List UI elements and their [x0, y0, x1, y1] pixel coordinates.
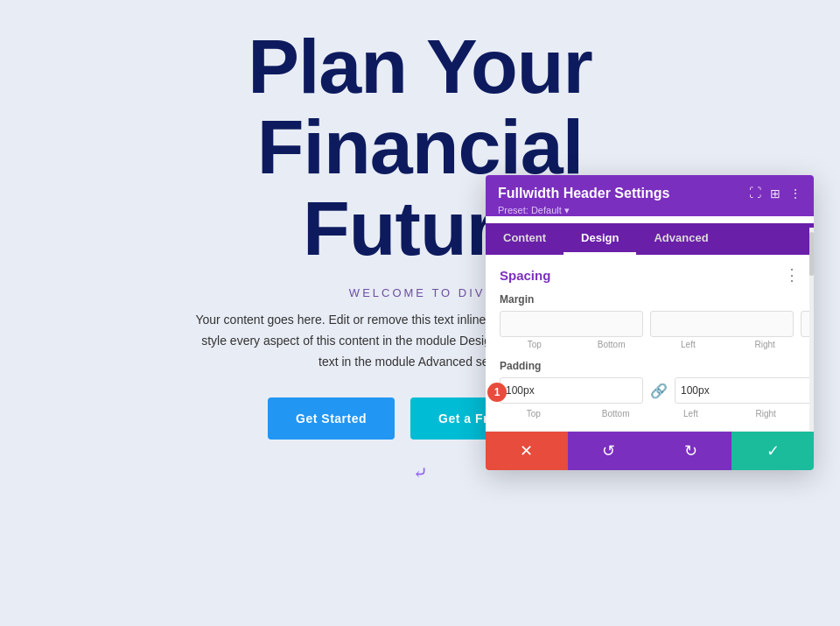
spacing-more-icon[interactable]: ⋮ — [784, 267, 800, 283]
padding-bottom-label: Bottom — [582, 409, 650, 419]
spacing-title: Spacing — [500, 268, 550, 283]
panel-preset[interactable]: Preset: Default ▾ — [498, 205, 802, 216]
main-content: Plan Your Financial Future Welcome to Di… — [0, 0, 840, 626]
margin-labels: Top Bottom Left Right — [500, 340, 800, 349]
margin-top-label: Top — [500, 340, 570, 349]
margin-label: Margin — [500, 293, 800, 306]
redo-button[interactable]: ↻ — [650, 432, 732, 470]
margin-bottom-label: Bottom — [577, 340, 647, 349]
padding-section: Padding 1 🔗 Top Bottom — [500, 360, 800, 419]
padding-bottom-input[interactable] — [675, 377, 814, 404]
panel-tabs: Content Design Advanced — [486, 223, 814, 255]
panel-footer: ✕ ↺ ↻ ✓ — [486, 431, 814, 470]
panel-title-icons: ⛶ ⊞ ⋮ — [749, 186, 802, 201]
panel-title-row: Fullwidth Header Settings ⛶ ⊞ ⋮ — [498, 186, 802, 201]
badge: 1 — [487, 383, 507, 402]
undo-button[interactable]: ↺ — [568, 432, 650, 470]
margin-top-input[interactable] — [500, 311, 643, 337]
padding-right-label: Right — [732, 409, 800, 419]
padding-left-label: Left — [657, 409, 725, 419]
panel-body: Spacing ⋮ Margin Top Bottom Left Right — [486, 255, 814, 431]
margin-inputs — [500, 311, 800, 337]
title-line1: Plan Your — [248, 23, 592, 109]
scrollbar[interactable] — [809, 228, 814, 432]
margin-left-label: Left — [654, 340, 724, 349]
tab-advanced[interactable]: Advanced — [636, 223, 725, 255]
panel-title: Fullwidth Header Settings — [498, 186, 669, 201]
margin-row: Margin Top Bottom Left Right — [500, 293, 800, 349]
spacing-section-header: Spacing ⋮ — [500, 267, 800, 283]
tab-design[interactable]: Design — [564, 223, 636, 255]
padding-label: Padding — [500, 360, 800, 372]
padding-labels: Top Bottom Left Right — [500, 409, 800, 419]
more-icon[interactable]: ⋮ — [789, 186, 802, 201]
expand-icon[interactable]: ⛶ — [749, 186, 761, 200]
get-started-button[interactable]: Get Started — [268, 397, 395, 440]
welcome-text: Welcome to Divi — [349, 286, 491, 299]
padding-inputs: 🔗 — [500, 377, 800, 404]
padding-top-input[interactable] — [500, 377, 643, 404]
margin-right-label: Right — [730, 340, 800, 349]
padding-top-label: Top — [500, 409, 568, 419]
cancel-button[interactable]: ✕ — [486, 432, 568, 470]
grid-icon[interactable]: ⊞ — [770, 186, 780, 201]
save-button[interactable]: ✓ — [732, 432, 814, 470]
scroll-thumb — [809, 232, 814, 276]
tab-content[interactable]: Content — [486, 223, 564, 255]
link-icon[interactable]: 🔗 — [650, 377, 668, 404]
scroll-down-icon[interactable]: ⤶ — [413, 464, 428, 482]
settings-panel: Fullwidth Header Settings ⛶ ⊞ ⋮ Preset: … — [486, 175, 814, 470]
margin-bottom-input[interactable] — [650, 311, 794, 337]
panel-header: Fullwidth Header Settings ⛶ ⊞ ⋮ Preset: … — [486, 175, 814, 216]
